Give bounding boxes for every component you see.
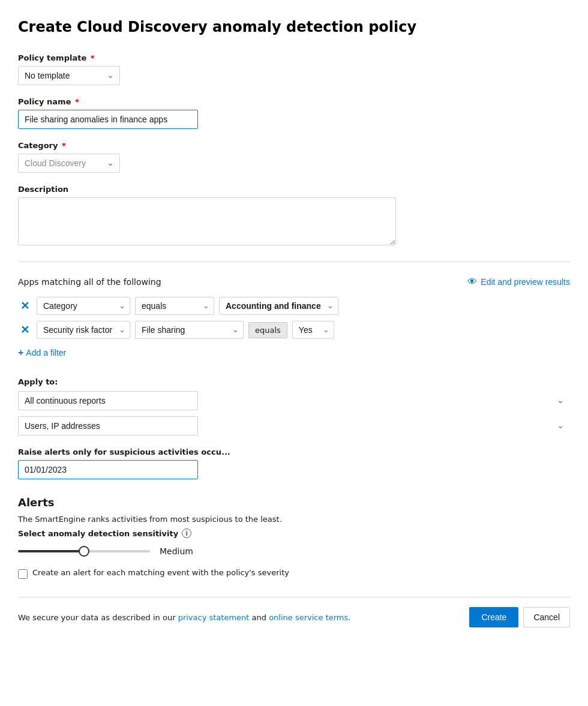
- filter-field-2[interactable]: Security risk factor Category App name: [37, 321, 130, 339]
- filter-field-1[interactable]: Category Security risk factor App name: [37, 297, 130, 315]
- footer-buttons: Create Cancel: [469, 607, 570, 627]
- alert-checkbox[interactable]: [18, 569, 28, 579]
- slider-row: Medium: [18, 546, 570, 556]
- policy-name-input[interactable]: File sharing anomalies in finance apps: [18, 110, 198, 129]
- filter-row-1: ✕ Category Security risk factor App name…: [18, 297, 570, 315]
- policy-name-label: Policy name *: [18, 97, 570, 106]
- add-filter-label: Add a filter: [26, 348, 66, 357]
- edit-preview-button[interactable]: 👁 Edit and preview results: [467, 277, 570, 287]
- policy-template-select-wrapper: No template Template 1 Template 2: [18, 66, 120, 85]
- eye-icon: 👁: [467, 277, 477, 287]
- info-icon[interactable]: i: [182, 528, 191, 538]
- edit-preview-label: Edit and preview results: [481, 277, 570, 287]
- footer-bar: We secure your data as described in our …: [18, 597, 570, 627]
- alerts-desc: The SmartEngine ranks activities from mo…: [18, 515, 570, 524]
- slider-value-label: Medium: [160, 546, 193, 556]
- raise-alerts-group: Raise alerts only for suspicious activit…: [18, 447, 570, 479]
- category-label: Category *: [18, 141, 570, 150]
- create-button[interactable]: Create: [469, 607, 518, 627]
- description-input[interactable]: [18, 197, 396, 245]
- category-group: Category * Cloud Discovery Threat detect…: [18, 141, 570, 173]
- filter-operator-1[interactable]: equals does not equal: [135, 297, 214, 315]
- filters-section-title: Apps matching all of the following: [18, 277, 161, 287]
- policy-template-select[interactable]: No template Template 1 Template 2: [18, 66, 120, 85]
- category-select-wrapper: Cloud Discovery Threat detection Complia…: [18, 154, 120, 173]
- apply-to-scope-wrapper: Users, IP addresses Users only IP addres…: [18, 416, 570, 435]
- raise-alerts-label: Raise alerts only for suspicious activit…: [18, 447, 570, 456]
- raise-alerts-date-input[interactable]: 01/01/2023: [18, 460, 198, 479]
- apply-to-scope-select[interactable]: Users, IP addresses Users only IP addres…: [18, 416, 198, 435]
- filter-value-wrapper-2: Yes No: [292, 321, 334, 339]
- policy-name-group: Policy name * File sharing anomalies in …: [18, 97, 570, 129]
- filter-remove-2[interactable]: ✕: [18, 323, 32, 337]
- filter-remove-1[interactable]: ✕: [18, 299, 32, 313]
- description-group: Description: [18, 185, 570, 247]
- alerts-section: Alerts The SmartEngine ranks activities …: [18, 496, 570, 579]
- filter-value-1[interactable]: Accounting and finance Collaboration CRM: [219, 297, 338, 315]
- category-select[interactable]: Cloud Discovery Threat detection Complia…: [18, 154, 120, 173]
- apply-to-report-wrapper: All continuous reports Specific reports: [18, 391, 570, 410]
- footer-text: We secure your data as described in our …: [18, 613, 350, 622]
- sensitivity-slider[interactable]: [18, 550, 150, 552]
- filter-row-2: ✕ Security risk factor Category App name…: [18, 321, 570, 339]
- page-title: Create Cloud Discovery anomaly detection…: [18, 18, 570, 37]
- apply-to-label: Apply to:: [18, 377, 570, 386]
- cancel-button[interactable]: Cancel: [523, 607, 570, 627]
- filter-equals-badge: equals: [248, 322, 287, 338]
- filter-operator2-wrapper: File sharing Data at rest encryption Mul…: [135, 321, 244, 339]
- policy-template-group: Policy template * No template Template 1…: [18, 53, 570, 85]
- section-divider: [18, 262, 570, 262]
- add-filter-button[interactable]: + Add a filter: [18, 345, 66, 360]
- description-label: Description: [18, 185, 570, 194]
- filter-field-wrapper-2: Security risk factor Category App name: [37, 321, 130, 339]
- filter-operator2[interactable]: File sharing Data at rest encryption Mul…: [135, 321, 244, 339]
- apply-to-report-select[interactable]: All continuous reports Specific reports: [18, 391, 198, 410]
- plus-icon: +: [18, 347, 23, 358]
- alerts-sensitivity-label: Select anomaly detection sensitivity i: [18, 528, 570, 538]
- filter-field-wrapper-1: Category Security risk factor App name: [37, 297, 130, 315]
- policy-template-label: Policy template *: [18, 53, 570, 62]
- alert-checkbox-row: Create an alert for each matching event …: [18, 568, 570, 579]
- online-service-terms-link[interactable]: online service terms: [269, 613, 348, 622]
- filter-operator-wrapper-1: equals does not equal: [135, 297, 214, 315]
- filters-header: Apps matching all of the following 👁 Edi…: [18, 277, 570, 287]
- filters-section: Apps matching all of the following 👁 Edi…: [18, 277, 570, 360]
- alerts-title: Alerts: [18, 496, 570, 509]
- alert-checkbox-label: Create an alert for each matching event …: [32, 568, 289, 577]
- privacy-statement-link[interactable]: privacy statement: [178, 613, 250, 622]
- filter-value-2[interactable]: Yes No: [292, 321, 334, 339]
- apply-to-group: Apply to: All continuous reports Specifi…: [18, 377, 570, 435]
- filter-value-wrapper-1: Accounting and finance Collaboration CRM: [219, 297, 338, 315]
